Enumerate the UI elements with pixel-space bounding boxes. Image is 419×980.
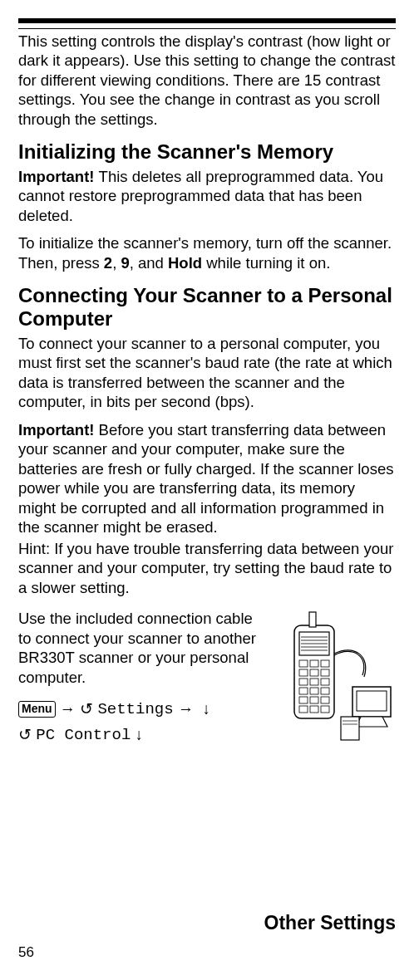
- svg-rect-16: [321, 679, 329, 685]
- svg-rect-28: [341, 717, 359, 740]
- footer-heading: Other Settings: [264, 911, 396, 935]
- rotate-icon: ↺: [18, 726, 32, 743]
- page-number: 56: [18, 943, 34, 962]
- heading-connecting: Connecting Your Scanner to a Personal Co…: [18, 284, 396, 331]
- svg-rect-23: [299, 706, 308, 713]
- important-prefix-2: Important!: [18, 421, 99, 439]
- svg-rect-13: [321, 669, 329, 676]
- heading-initializing: Initializing the Scanner's Memory: [18, 140, 396, 164]
- key-2: 2: [104, 254, 112, 272]
- nav-settings: Settings: [97, 700, 173, 718]
- svg-rect-12: [310, 669, 318, 676]
- svg-rect-18: [310, 688, 318, 694]
- nav-pc-control: PC Control: [36, 726, 131, 744]
- svg-rect-20: [299, 697, 308, 703]
- svg-rect-21: [310, 697, 318, 703]
- svg-rect-8: [299, 660, 308, 667]
- important-battery: Important! Before you start transferring…: [18, 420, 396, 537]
- svg-rect-19: [321, 688, 329, 694]
- svg-rect-15: [310, 679, 318, 685]
- important-delete: Important! This deletes all preprogramme…: [18, 167, 396, 225]
- svg-rect-1: [309, 612, 316, 627]
- important-prefix-1: Important!: [18, 168, 99, 185]
- init-instructions: To initialize the scanner's memory, turn…: [18, 233, 396, 272]
- rule-thin: [18, 28, 396, 29]
- rotate-icon: ↺: [80, 700, 93, 718]
- svg-rect-25: [321, 706, 329, 713]
- svg-rect-14: [299, 679, 308, 685]
- svg-rect-27: [357, 691, 387, 711]
- connect-paragraph: To connect your scanner to a personal co…: [18, 334, 396, 412]
- key-hold: Hold: [168, 254, 202, 272]
- rule-thick: [18, 18, 396, 23]
- svg-rect-22: [321, 697, 329, 703]
- svg-rect-17: [299, 688, 308, 694]
- menu-button-icon: Menu: [18, 701, 56, 718]
- intro-paragraph: This setting controls the display's cont…: [18, 32, 396, 129]
- arrow-right-icon: →: [60, 700, 76, 718]
- svg-rect-9: [310, 660, 318, 667]
- svg-rect-24: [310, 706, 318, 713]
- svg-rect-10: [321, 660, 329, 667]
- arrow-down-icon: ↓: [136, 726, 144, 743]
- svg-rect-11: [299, 669, 308, 676]
- arrow-down-icon: ↓: [202, 700, 210, 718]
- key-9: 9: [121, 254, 129, 272]
- scanner-computer-diagram: [271, 610, 396, 747]
- hint-paragraph: Hint: If you have trouble transferring d…: [18, 539, 396, 597]
- arrow-right-icon: →: [178, 700, 194, 718]
